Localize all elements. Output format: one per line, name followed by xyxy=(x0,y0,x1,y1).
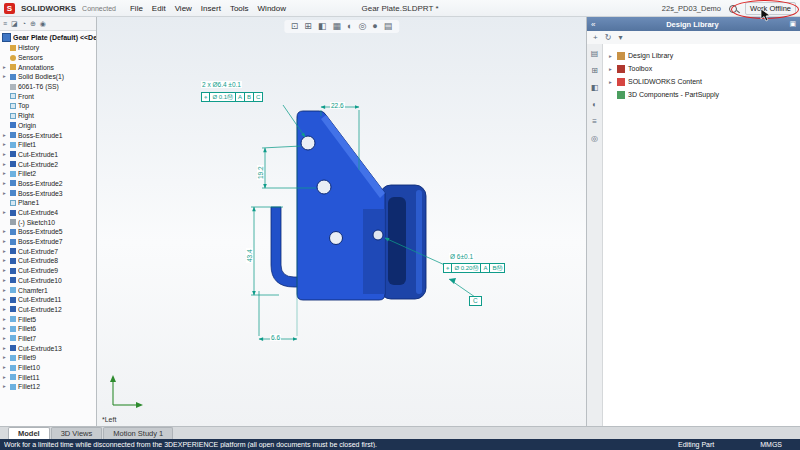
hole-callout-top[interactable]: 2 x Ø6.4 ±0.1 xyxy=(201,81,242,88)
menu-item[interactable]: Window xyxy=(258,4,286,13)
expand-arrow-icon[interactable]: ▸ xyxy=(3,286,8,295)
feature-control-frame-top[interactable]: ⌖Ø 0.1ⓂABC xyxy=(201,92,263,102)
menu-item[interactable]: File xyxy=(130,4,143,13)
expand-arrow-icon[interactable]: ▸ xyxy=(609,66,614,72)
feature-tree-item[interactable]: ▸ Boss-Extrude7 xyxy=(3,237,96,247)
expand-arrow-icon[interactable]: ▸ xyxy=(3,344,8,353)
design-library-item[interactable]: ▸ 3D Components - PartSupply xyxy=(603,88,800,101)
expand-arrow-icon[interactable]: ▸ xyxy=(3,373,8,382)
edit-appearance-icon[interactable]: ● xyxy=(372,21,377,32)
search-icon[interactable] xyxy=(729,5,737,13)
feature-tree-item[interactable]: ▸ Fillet6 xyxy=(3,324,96,334)
status-item[interactable]: MMGS xyxy=(760,441,782,448)
expand-arrow-icon[interactable]: ▸ xyxy=(609,53,614,59)
feature-tree-item[interactable]: ▸ Cut-Extrude12 xyxy=(3,305,96,315)
expand-arrow-icon[interactable]: ▸ xyxy=(3,72,8,81)
feature-tree-item[interactable]: ▸ Origin xyxy=(3,121,96,131)
dimxpertmanager-tab-icon[interactable]: ⊕ xyxy=(30,20,36,28)
hook-feature[interactable] xyxy=(271,207,299,287)
feature-tree-item[interactable]: ▸ Boss-Extrude2 xyxy=(3,179,96,189)
cylinder-boss[interactable] xyxy=(380,185,426,299)
design-library-item[interactable]: ▸ Design Library xyxy=(603,49,800,62)
propertymanager-tab-icon[interactable]: ◪ xyxy=(11,20,18,28)
document-tab[interactable]: Model xyxy=(8,427,50,439)
feature-tree-item[interactable]: ▸ Fillet1 xyxy=(3,140,96,150)
expand-arrow-icon[interactable]: ▸ xyxy=(3,150,8,159)
menu-item[interactable]: View xyxy=(175,4,192,13)
design-library-item[interactable]: ▸ SOLIDWORKS Content xyxy=(603,75,800,88)
zoom-area-icon[interactable]: ⊞ xyxy=(304,21,312,32)
menu-item[interactable]: Tools xyxy=(230,4,249,13)
part-gear-plate[interactable] xyxy=(97,17,586,426)
forum-tab-icon[interactable]: ◎ xyxy=(591,134,598,143)
feature-tree-item[interactable]: ▸ Plane1 xyxy=(3,198,96,208)
feature-tree-item[interactable]: ▸ Boss-Extrude1 xyxy=(3,130,96,140)
hide-show-items-icon[interactable]: ◎ xyxy=(358,21,366,32)
expand-arrow-icon[interactable]: ▸ xyxy=(3,315,8,324)
feature-tree-item[interactable]: ▸ Cut-Extrude2 xyxy=(3,159,96,169)
feature-tree-item[interactable]: ▸ (-) Sketch10 xyxy=(3,217,96,227)
dim-height-main[interactable]: 43.4 xyxy=(246,248,253,263)
feature-tree-item[interactable]: ▸ Boss-Extrude5 xyxy=(3,227,96,237)
dim-height-mid[interactable]: 19.2 xyxy=(257,165,264,180)
zoom-fit-icon[interactable]: ⊡ xyxy=(291,21,299,32)
feature-tree-item[interactable]: ▸ Cut-Extrude7 xyxy=(3,246,96,256)
expand-arrow-icon[interactable]: ▸ xyxy=(3,382,8,391)
refresh-icon[interactable]: ↻ xyxy=(605,33,612,42)
hole-callout-right[interactable]: Ø 6±0.1 xyxy=(449,253,474,260)
expand-arrow-icon[interactable]: ▸ xyxy=(3,334,8,343)
configurationmanager-tab-icon[interactable]: ◔ xyxy=(22,20,26,27)
view-palette-tab-icon[interactable]: ◧ xyxy=(591,83,599,92)
expand-arrow-icon[interactable]: ▸ xyxy=(3,324,8,333)
expand-arrow-icon[interactable]: ▸ xyxy=(3,353,8,362)
feature-tree-item[interactable]: ▸ Top xyxy=(3,101,96,111)
options-dropdown-icon[interactable]: ▾ xyxy=(618,33,622,42)
feature-tree-item[interactable]: ▸ Fillet7 xyxy=(3,334,96,344)
expand-arrow-icon[interactable]: ▸ xyxy=(3,131,8,140)
design-library-item[interactable]: ▸ Toolbox xyxy=(603,62,800,75)
expand-arrow-icon[interactable]: ▸ xyxy=(3,63,8,72)
expand-arrow-icon[interactable]: ▸ xyxy=(3,208,8,217)
file-explorer-tab-icon[interactable]: ⊞ xyxy=(591,66,598,75)
expand-arrow-icon[interactable]: ▸ xyxy=(3,227,8,236)
feature-tree-item[interactable]: ▸ Chamfer1 xyxy=(3,285,96,295)
feature-tree-item[interactable]: ▸ Solid Bodies(1) xyxy=(3,72,96,82)
feature-tree-item[interactable]: ▸ Annotations xyxy=(3,62,96,72)
display-style-icon[interactable]: ◐ xyxy=(347,21,352,32)
displaymanager-tab-icon[interactable]: ◉ xyxy=(40,20,46,28)
feature-tree-item[interactable]: ▸ History xyxy=(3,43,96,53)
expand-arrow-icon[interactable]: ▸ xyxy=(3,189,8,198)
feature-tree-item[interactable]: ▸ Right xyxy=(3,111,96,121)
feature-tree-item[interactable]: ▸ Cut-Extrude9 xyxy=(3,266,96,276)
appearances-tab-icon[interactable]: ◐ xyxy=(592,100,597,109)
expand-arrow-icon[interactable]: ▸ xyxy=(3,169,8,178)
feature-tree-item[interactable]: ▸ Fillet2 xyxy=(3,169,96,179)
apply-scene-icon[interactable]: ▤ xyxy=(384,21,393,32)
feature-tree-item[interactable]: ▸ Fillet9 xyxy=(3,353,96,363)
feature-tree-item[interactable]: ▸ Boss-Extrude3 xyxy=(3,188,96,198)
expand-arrow-icon[interactable]: ▸ xyxy=(3,247,8,256)
expand-arrow-icon[interactable]: ▸ xyxy=(3,363,8,372)
expand-arrow-icon[interactable]: ▸ xyxy=(3,295,8,304)
status-item[interactable]: Editing Part xyxy=(678,441,714,448)
expand-arrow-icon[interactable]: ▸ xyxy=(3,237,8,246)
expand-arrow-icon[interactable]: ▸ xyxy=(3,179,8,188)
section-view-icon[interactable]: ◧ xyxy=(318,21,327,32)
feature-tree-item[interactable]: ▸ Cut-Extrude10 xyxy=(3,276,96,286)
dim-width-top[interactable]: 22.6 xyxy=(330,102,345,109)
expand-arrow-icon[interactable]: ▸ xyxy=(609,79,614,85)
view-orientation-icon[interactable]: ▦ xyxy=(332,21,341,32)
feature-tree-item[interactable]: ▸ Cut-Extrude11 xyxy=(3,295,96,305)
collapse-task-pane-icon[interactable]: « xyxy=(591,20,595,29)
featuremanager-tab-icon[interactable]: ≡ xyxy=(3,20,7,27)
add-to-library-icon[interactable]: + xyxy=(593,33,598,42)
feature-tree-item[interactable]: ▸ Front xyxy=(3,91,96,101)
feature-tree-item[interactable]: ▸ Cut-Extrude1 xyxy=(3,150,96,160)
document-tab[interactable]: 3D Views xyxy=(51,427,103,439)
custom-properties-tab-icon[interactable]: ≡ xyxy=(592,117,597,126)
feature-tree-item[interactable]: ▸ Sensors xyxy=(3,53,96,63)
expand-arrow-icon[interactable]: ▸ xyxy=(3,140,8,149)
feature-tree-item[interactable]: ▸ Cut-Extrude13 xyxy=(3,343,96,353)
document-tab[interactable]: Motion Study 1 xyxy=(103,427,173,439)
feature-tree-root[interactable]: Gear Plate (Default) <<Defa... xyxy=(0,31,96,43)
